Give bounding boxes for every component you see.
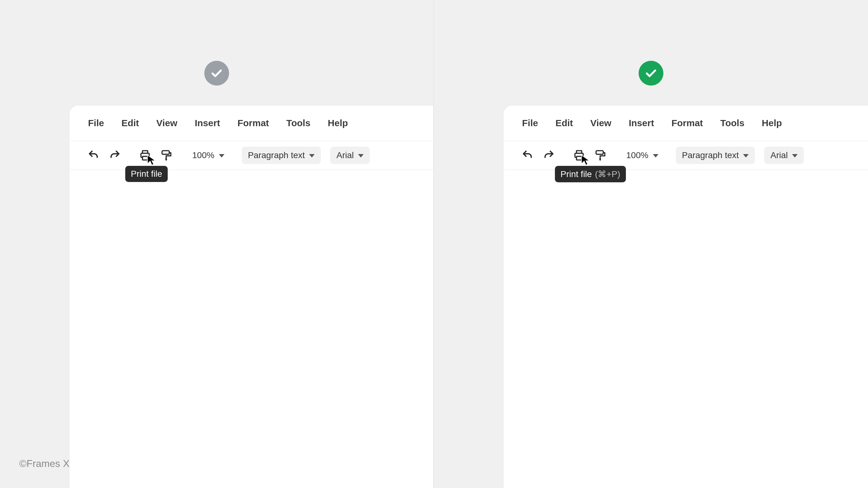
editor-window: File Edit View Insert Format Tools Help — [503, 105, 868, 488]
svg-rect-6 — [596, 151, 603, 154]
chevron-down-icon — [309, 154, 315, 157]
print-icon — [139, 149, 151, 161]
status-badge-success — [639, 61, 663, 86]
print-icon — [573, 149, 585, 161]
print-button[interactable]: Print file — [136, 147, 154, 164]
text-style-value: Paragraph text — [682, 150, 739, 160]
format-paint-button[interactable] — [591, 147, 609, 164]
toolbar: Print file 100% — [69, 141, 433, 170]
example-panel-left: File Edit View Insert Format Tools Help — [0, 0, 434, 488]
menu-help[interactable]: Help — [328, 118, 348, 128]
paint-roller-icon — [594, 149, 607, 161]
status-badge-neutral — [204, 61, 229, 86]
paint-roller-icon — [160, 149, 173, 161]
svg-rect-3 — [165, 158, 167, 160]
menubar: File Edit View Insert Format Tools Help — [503, 105, 868, 141]
zoom-value: 100% — [626, 150, 649, 160]
check-icon — [644, 66, 658, 80]
undo-icon — [521, 149, 534, 161]
menu-insert[interactable]: Insert — [629, 118, 654, 128]
menu-insert[interactable]: Insert — [195, 118, 220, 128]
svg-rect-1 — [143, 156, 148, 160]
zoom-select[interactable]: 100% — [188, 147, 229, 164]
chevron-down-icon — [743, 154, 749, 157]
menu-tools[interactable]: Tools — [286, 118, 311, 128]
font-family-value: Arial — [770, 150, 788, 160]
menu-format[interactable]: Format — [672, 118, 703, 128]
font-family-select[interactable]: Arial — [330, 147, 370, 164]
format-paint-button[interactable] — [157, 147, 175, 164]
menu-tools[interactable]: Tools — [720, 118, 745, 128]
menu-edit[interactable]: Edit — [122, 118, 139, 128]
tooltip-print: Print file — [125, 166, 168, 182]
tooltip-print: Print file (⌘+P) — [555, 166, 626, 182]
chevron-down-icon — [219, 154, 224, 157]
zoom-select[interactable]: 100% — [622, 147, 663, 164]
attribution-text: ©Frames X — [19, 458, 69, 469]
font-family-select[interactable]: Arial — [764, 147, 804, 164]
zoom-value: 100% — [192, 150, 215, 160]
text-style-value: Paragraph text — [248, 150, 305, 160]
redo-button[interactable] — [540, 147, 557, 164]
font-family-value: Arial — [336, 150, 354, 160]
menu-file[interactable]: File — [88, 118, 104, 128]
undo-button[interactable] — [85, 147, 102, 164]
check-icon — [210, 66, 224, 80]
menubar: File Edit View Insert Format Tools Help — [69, 105, 433, 141]
print-button[interactable]: Print file (⌘+P) — [570, 147, 588, 164]
menu-help[interactable]: Help — [762, 118, 782, 128]
menu-view[interactable]: View — [590, 118, 611, 128]
menu-file[interactable]: File — [522, 118, 538, 128]
svg-rect-5 — [577, 156, 582, 160]
redo-icon — [542, 149, 555, 161]
menu-edit[interactable]: Edit — [556, 118, 573, 128]
toolbar: Print file (⌘+P) 100% — [503, 141, 868, 170]
text-style-select[interactable]: Paragraph text — [676, 147, 755, 164]
example-panel-right: File Edit View Insert Format Tools Help — [434, 0, 868, 488]
chevron-down-icon — [792, 154, 798, 157]
menu-view[interactable]: View — [156, 118, 177, 128]
tooltip-shortcut: (⌘+P) — [595, 169, 620, 179]
editor-window: File Edit View Insert Format Tools Help — [69, 105, 433, 488]
chevron-down-icon — [653, 154, 658, 157]
undo-button[interactable] — [519, 147, 536, 164]
redo-icon — [108, 149, 121, 161]
text-style-select[interactable]: Paragraph text — [242, 147, 321, 164]
tooltip-text: Print file — [560, 169, 592, 179]
redo-button[interactable] — [106, 147, 123, 164]
tooltip-text: Print file — [131, 169, 162, 179]
menu-format[interactable]: Format — [238, 118, 269, 128]
undo-icon — [87, 149, 100, 161]
chevron-down-icon — [358, 154, 364, 157]
svg-rect-2 — [162, 151, 169, 154]
svg-rect-7 — [599, 158, 601, 160]
